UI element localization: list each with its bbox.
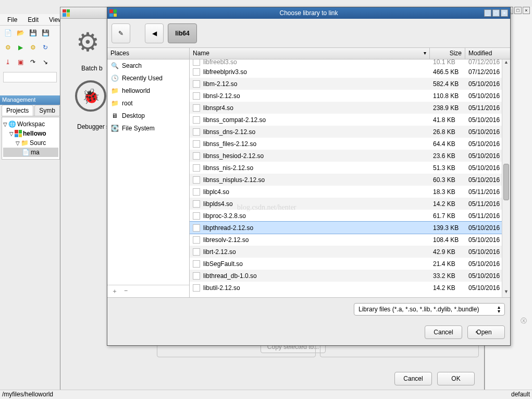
debug-into-icon[interactable]: ↘ — [41, 57, 50, 67]
place-label: Recently Used — [122, 75, 163, 82]
file-icon — [193, 104, 200, 112]
file-row[interactable]: libplds4.so14.2 KB05/11/2016 — [190, 198, 510, 210]
file-icon — [193, 284, 200, 292]
file-size: 582.4 KB — [430, 80, 465, 88]
file-row[interactable]: libnss_nisplus-2.12.so60.3 KB05/10/2016 — [190, 174, 510, 186]
file-row[interactable]: libSegFault.so21.4 KB05/10/2016 — [190, 258, 510, 270]
path-edit-icon[interactable]: ✎ — [112, 23, 130, 43]
main-maximize-icon[interactable]: □ — [514, 7, 522, 14]
save-icon[interactable]: 💾 — [28, 28, 38, 38]
project-tree: ▽🌐Workspac ▽hellowo ▽📁Sourc 📄ma — [2, 117, 60, 160]
recent-icon: 🕓 — [110, 74, 119, 82]
run-icon[interactable]: ▶ — [16, 43, 25, 52]
dialog-cancel-button[interactable]: Cancel — [425, 325, 462, 339]
file-row[interactable]: libthread_db-1.0.so33.2 KB05/10/2016 — [190, 270, 510, 282]
file-row[interactable]: libnss_nis-2.12.so51.3 KB05/10/2016 — [190, 162, 510, 174]
file-row[interactable]: libfreebl3.so10.1 KB07/12/2016 — [190, 59, 510, 66]
place-item[interactable]: 📁helloworld — [107, 84, 189, 97]
places-add-icon[interactable]: ＋ — [112, 287, 118, 296]
file-row[interactable]: libnss_hesiod-2.12.so23.6 KB05/10/2016 — [190, 150, 510, 162]
file-row[interactable]: librt-2.12.so42.9 KB05/10/2016 — [190, 246, 510, 258]
main-close-icon[interactable]: × — [523, 7, 530, 14]
file-row[interactable]: libutil-2.12.so14.2 KB05/10/2016 — [190, 282, 510, 294]
cursor-icon: ↖ — [475, 330, 479, 335]
tree-project[interactable]: ▽hellowo — [3, 129, 58, 138]
settings-ok-button[interactable]: OK — [437, 372, 475, 385]
file-name: libnss_files-2.12.so — [203, 140, 256, 148]
rebuild-icon[interactable]: ↻ — [41, 43, 50, 52]
debug-step-icon[interactable]: ⤓ — [3, 57, 13, 67]
debug-next-icon[interactable]: ↷ — [28, 57, 38, 67]
place-item[interactable]: 🔍Search — [107, 59, 189, 72]
file-icon — [193, 260, 200, 268]
tree-file-main[interactable]: 📄ma — [3, 148, 58, 157]
files-scrollbar[interactable]: ▲ ▼ — [502, 59, 510, 297]
dialog-titlebar: Choose library to link _ □ × — [107, 7, 510, 19]
file-icon — [193, 68, 200, 76]
build-icon[interactable]: ⚙ — [3, 43, 13, 52]
file-name: librt-2.12.so — [203, 248, 236, 256]
column-name[interactable]: Name▾ — [190, 48, 430, 59]
scroll-down-icon[interactable]: ▼ — [502, 289, 510, 297]
file-row[interactable]: libnss_compat-2.12.so41.8 KB05/10/2016 — [190, 114, 510, 126]
dialog-close-icon[interactable]: × — [501, 9, 508, 17]
new-file-icon[interactable]: 📄 — [3, 28, 13, 38]
place-item[interactable]: 🕓Recently Used — [107, 72, 189, 84]
file-icon — [193, 176, 200, 184]
tree-workspace[interactable]: ▽🌐Workspac — [3, 119, 58, 129]
file-row[interactable]: libresolv-2.12.so108.4 KB05/10/2016 — [190, 234, 510, 246]
file-row[interactable]: libm-2.12.so582.4 KB05/10/2016 — [190, 78, 510, 90]
file-name: libnss_nisplus-2.12.so — [203, 176, 265, 184]
chevron-down-icon: ▾ — [424, 50, 426, 56]
path-parent-icon[interactable]: ◀ — [145, 23, 164, 43]
file-row[interactable]: libnsl-2.12.so110.8 KB05/10/2016 — [190, 90, 510, 102]
place-item[interactable]: 💽File System — [107, 122, 189, 135]
folder-icon: 📁 — [110, 99, 119, 107]
desktop-icon: 🖥 — [110, 112, 119, 120]
file-name: libplc4.so — [203, 188, 229, 196]
file-name: libproc-3.2.8.so — [203, 212, 246, 220]
tree-sources[interactable]: ▽📁Sourc — [3, 138, 58, 148]
dialog-maximize-icon[interactable]: □ — [492, 9, 500, 17]
file-icon — [193, 200, 200, 208]
menu-edit[interactable]: Edit — [22, 15, 44, 25]
debug-icon[interactable]: ▣ — [16, 57, 25, 67]
file-row[interactable]: libfreeblpriv3.so466.5 KB07/12/2016 — [190, 66, 510, 78]
dialog-minimize-icon[interactable]: _ — [484, 9, 491, 17]
tab-projects[interactable]: Projects — [2, 105, 33, 116]
path-crumb-lib64[interactable]: lib64 — [168, 23, 197, 43]
file-icon — [193, 59, 200, 66]
places-remove-icon[interactable]: − — [124, 287, 128, 296]
file-name: libutil-2.12.so — [203, 284, 240, 292]
column-size[interactable]: Size — [430, 48, 465, 59]
place-label: root — [122, 100, 133, 107]
close-x-icon[interactable]: ⓧ — [521, 317, 527, 325]
place-item[interactable]: 🖥Desktop — [107, 110, 189, 122]
file-row[interactable]: libnspr4.so238.9 KB05/11/2016 — [190, 102, 510, 114]
file-icon — [193, 188, 200, 196]
column-modified[interactable]: Modified — [465, 48, 510, 59]
file-size: 23.6 KB — [430, 152, 465, 160]
file-filter-select[interactable]: Library files (*.a, *.so, *.lib, *.dylib… — [354, 303, 505, 316]
save-all-icon[interactable]: 💾 — [41, 28, 50, 38]
dialog-open-button[interactable]: Open↖ — [467, 325, 505, 339]
place-label: File System — [122, 125, 155, 132]
file-row[interactable]: libnss_files-2.12.so64.4 KB05/10/2016 — [190, 138, 510, 150]
settings-cancel-button[interactable]: Cancel — [394, 372, 432, 385]
file-row[interactable]: libproc-3.2.8.so61.7 KB05/11/2016 — [190, 210, 510, 222]
file-row[interactable]: libplc4.so18.3 KB05/11/2016 — [190, 186, 510, 198]
scroll-up-icon[interactable]: ▲ — [502, 59, 510, 68]
menu-file[interactable]: File — [2, 15, 22, 25]
open-icon[interactable]: 📂 — [16, 28, 25, 38]
choose-library-dialog: Choose library to link _ □ × ✎ ◀ lib64 P… — [107, 7, 511, 346]
scroll-thumb[interactable] — [503, 164, 509, 200]
tab-symbols[interactable]: Symb — [34, 105, 60, 116]
file-row[interactable]: libnss_dns-2.12.so26.8 KB05/10/2016 — [190, 126, 510, 138]
file-name: libnss_compat-2.12.so — [203, 116, 266, 124]
file-row[interactable]: libpthread-2.12.so139.3 KB05/10/2016 — [190, 222, 510, 234]
build-run-icon[interactable]: ⚙ — [28, 43, 38, 52]
gear-icon: ⚙ — [76, 27, 107, 58]
file-name: libpthread-2.12.so — [203, 224, 253, 232]
file-name: libresolv-2.12.so — [203, 236, 249, 244]
place-item[interactable]: 📁root — [107, 97, 189, 110]
